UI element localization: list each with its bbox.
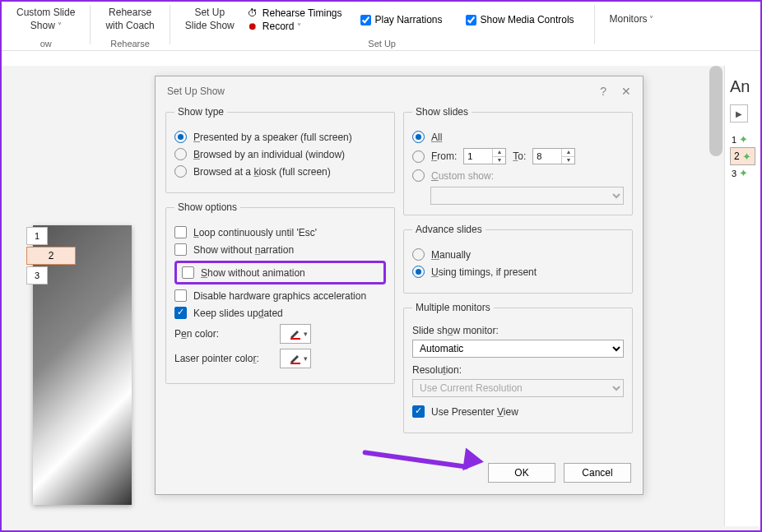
record-button[interactable]: ⏺Record <box>248 21 342 32</box>
rehearse-with-coach-button[interactable]: Rehearse with Coach <box>100 7 159 32</box>
opt-label: resented by a speaker (full screen) <box>200 132 352 143</box>
close-icon[interactable]: ✕ <box>621 85 631 98</box>
ribbon-group-label: Set Up <box>368 38 396 50</box>
from-radio[interactable] <box>412 150 425 163</box>
from-spinner[interactable]: ▲▼ <box>463 148 506 164</box>
loop-checkbox[interactable] <box>174 226 187 238</box>
custom-show-radio <box>412 169 425 182</box>
laser-color-button[interactable] <box>280 349 311 368</box>
custom-slide-show-button[interactable]: Custom Slide Show <box>12 7 80 32</box>
scrollbar[interactable] <box>709 66 723 156</box>
presented-speaker-radio[interactable] <box>174 131 187 143</box>
slide-thumb[interactable]: 1 <box>26 227 48 245</box>
no-animation-checkbox[interactable] <box>182 266 194 279</box>
ribbon-group-label: ow <box>40 38 52 50</box>
manually-radio[interactable] <box>412 248 425 261</box>
show-type-group: Show type Presented by a speaker (full s… <box>165 106 395 193</box>
pen-icon <box>289 327 302 340</box>
use-timings-radio[interactable] <box>412 266 425 278</box>
timings-icon: ⏱ <box>248 7 259 19</box>
star-icon: ✦ <box>742 150 751 163</box>
disable-hw-checkbox[interactable] <box>174 289 187 302</box>
svg-rect-1 <box>290 363 300 364</box>
to-spinner[interactable]: ▲▼ <box>532 148 575 164</box>
set-up-slide-show-button[interactable]: Set Up Slide Show <box>180 7 239 32</box>
all-slides-radio[interactable] <box>412 131 425 143</box>
custom-show-select <box>430 187 624 205</box>
monitor-label: Slide show monitor: <box>412 325 624 336</box>
svg-rect-0 <box>290 338 300 340</box>
resolution-label: Resolution: <box>412 364 624 376</box>
anim-item[interactable]: 3✦ <box>730 166 755 180</box>
ok-button[interactable]: OK <box>488 463 555 483</box>
ribbon: Custom Slide Show ow Rehearse with Coach… <box>2 2 760 51</box>
rehearse-timings-button[interactable]: ⏱Rehearse Timings <box>248 7 342 19</box>
pen-color-button[interactable] <box>280 324 311 344</box>
browsed-individual-radio[interactable] <box>174 148 187 160</box>
ribbon-group-label: Rehearse <box>110 38 150 50</box>
dialog-title: Set Up Show <box>167 86 225 97</box>
cancel-button[interactable]: Cancel <box>564 463 631 483</box>
keep-updated-checkbox[interactable] <box>174 307 187 319</box>
show-media-controls-checkbox[interactable]: Show Media Controls <box>456 14 584 25</box>
setup-show-dialog: Set Up Show ? ✕ Show type Presented by a… <box>155 76 644 495</box>
record-icon: ⏺ <box>248 21 259 32</box>
browsed-kiosk-radio[interactable] <box>174 165 187 178</box>
show-slides-group: Show slides All From: ▲▼ To: ▲▼ Custom s… <box>403 106 633 215</box>
monitors-button[interactable]: Monitors <box>605 13 659 26</box>
anim-item[interactable]: 2✦ <box>730 147 755 165</box>
slide-thumb[interactable]: 3 <box>26 266 48 285</box>
pen-color-label: Pen color: <box>174 328 273 340</box>
play-narrations-checkbox[interactable]: Play Narrations <box>351 14 453 25</box>
anim-item[interactable]: 1✦ <box>730 132 755 146</box>
resolution-select: Use Current Resolution <box>412 379 624 397</box>
show-options-group: Show options Loop continuously until 'Es… <box>165 201 395 384</box>
play-icon[interactable]: ▶ <box>730 104 748 123</box>
monitor-select[interactable]: Automatic <box>412 340 624 358</box>
animation-pane: An ▶ 1✦ 2✦ 3✦ <box>724 66 760 526</box>
pane-title: An <box>730 77 755 96</box>
highlight-annotation: Show without animation <box>174 261 386 285</box>
no-narration-checkbox[interactable] <box>174 243 187 256</box>
star-icon: ✦ <box>739 133 748 146</box>
advance-slides-group: Advance slides Manually Using timings, i… <box>403 224 633 294</box>
slide-thumb[interactable]: 2 <box>26 247 76 265</box>
star-icon: ✦ <box>739 167 748 179</box>
laser-color-label: Laser pointer color: <box>174 353 273 364</box>
laser-icon <box>289 352 302 365</box>
presenter-view-checkbox[interactable] <box>412 405 425 418</box>
help-icon[interactable]: ? <box>600 85 606 98</box>
monitors-group: Multiple monitors Slide show monitor: Au… <box>403 302 633 433</box>
